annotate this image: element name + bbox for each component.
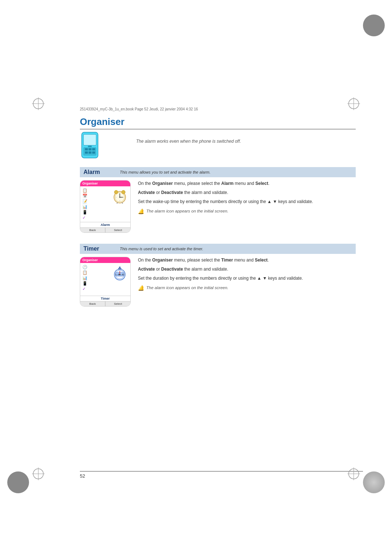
alarm-select-key: Select xyxy=(106,228,130,232)
timer-header: Timer This menu is used to set and activ… xyxy=(80,244,356,254)
svg-point-21 xyxy=(114,190,118,194)
timer-phone-label: Timer xyxy=(80,296,130,301)
page-number: 52 xyxy=(80,473,85,479)
phone-menu-item-3: 📝 xyxy=(82,199,108,204)
svg-rect-7 xyxy=(83,134,96,145)
timer-description: On the Organiser menu, please select the… xyxy=(138,257,356,307)
alarm-title: Alarm xyxy=(83,169,113,175)
svg-rect-32 xyxy=(119,267,121,268)
alarm-note-text: The alarm icon appears on the initial sc… xyxy=(146,208,228,214)
timer-title: Timer xyxy=(83,246,113,252)
phone-menu-item-2: 📅 xyxy=(82,193,108,199)
timer-phone-menu-item-1: 🕐 xyxy=(82,264,108,270)
alarm-subtitle: This menu allows you to set and activate… xyxy=(120,170,211,174)
bottom-separator xyxy=(80,471,363,471)
svg-rect-12 xyxy=(85,151,88,154)
alarm-section: Alarm This menu allows you to set and ac… xyxy=(80,167,356,233)
svg-rect-15 xyxy=(88,146,92,147)
svg-point-36 xyxy=(119,274,121,275)
timer-note-text: The alarm icon appears on the initial sc… xyxy=(146,284,228,291)
svg-rect-13 xyxy=(89,151,91,154)
timer-phone-menu-item-4: 📱 xyxy=(82,281,108,286)
svg-rect-11 xyxy=(92,148,95,150)
alarm-phone-body: 📋 📅 📝 📊 xyxy=(80,186,130,222)
intro-text: The alarm works even when the phone is s… xyxy=(136,139,241,144)
alarm-desc-3: Set the wake-up time by entering the num… xyxy=(138,198,356,205)
timer-desc-1: On the Organiser menu, please select the… xyxy=(138,257,356,264)
reg-mark-tr xyxy=(347,97,360,111)
timer-illustration: 1:00:01 xyxy=(112,265,128,282)
timer-phone-menu-item-3: 📊 xyxy=(82,275,108,281)
svg-point-20 xyxy=(119,197,121,198)
file-info: 251433924_myC-3b_1u_en.book Page 52 Jeud… xyxy=(80,107,198,111)
svg-rect-9 xyxy=(85,148,88,150)
alarm-note: 🔔 The alarm icon appears on the initial … xyxy=(138,208,356,215)
reg-mark-tl xyxy=(32,97,45,111)
alarm-clock-illustration xyxy=(112,189,128,206)
phone-menu-item-1: 📋 xyxy=(82,188,108,193)
timer-select-key: Select xyxy=(106,301,130,306)
phone-menu-item-6: ✓ xyxy=(82,215,108,220)
svg-rect-14 xyxy=(92,151,95,154)
corner-circle-bl xyxy=(7,471,29,493)
timer-desc-3: Set the duration by entering the numbers… xyxy=(138,275,356,282)
alarm-desc-1: On the Organiser menu, please select the… xyxy=(138,180,356,187)
timer-back-key: Back xyxy=(80,301,105,306)
timer-note-icon: 🔔 xyxy=(138,284,144,292)
timer-phone-menu-item-2: 📋 xyxy=(82,270,108,275)
alarm-softkeys: Back Select xyxy=(80,227,130,232)
phone-menu-item-5: 📱 xyxy=(82,210,108,215)
timer-phone-mockup: Organiser 🕐 📋 📊 xyxy=(80,257,131,307)
corner-circle-br xyxy=(363,471,385,493)
timer-softkeys: Back Select xyxy=(80,301,130,306)
timer-phone-header: Organiser xyxy=(80,257,130,263)
page-title: Organiser xyxy=(80,116,356,129)
alarm-description: On the Organiser menu, please select the… xyxy=(138,180,356,233)
svg-point-22 xyxy=(122,190,125,194)
timer-subtitle: This menu is used to set and activate th… xyxy=(120,247,203,251)
alarm-content: Organiser 📋 📅 xyxy=(80,180,356,233)
alarm-phone-mockup: Organiser 📋 📅 xyxy=(80,180,131,233)
corner-circle-tr xyxy=(363,15,385,36)
alarm-back-key: Back xyxy=(80,228,105,232)
main-content: Organiser The alarm works xyxy=(80,116,356,317)
phone-menu-item-4: 📊 xyxy=(82,204,108,210)
alarm-note-icon: 🔔 xyxy=(138,207,144,215)
timer-desc-2: Activate or Deactivate the alarm and val… xyxy=(138,266,356,273)
timer-note: 🔔 The alarm icon appears on the initial … xyxy=(138,284,356,292)
timer-phone-menu-item-5: ✓ xyxy=(82,286,108,292)
timer-section: Timer This menu is used to set and activ… xyxy=(80,244,356,307)
alarm-phone-header: Organiser xyxy=(80,181,130,186)
timer-content: Organiser 🕐 📋 📊 xyxy=(80,257,356,307)
phone-illustration xyxy=(80,131,100,163)
reg-mark-bl xyxy=(32,467,45,481)
reg-mark-br xyxy=(347,467,360,481)
alarm-header: Alarm This menu allows you to set and ac… xyxy=(80,167,356,177)
timer-phone-body: 🕐 📋 📊 📱 xyxy=(80,263,130,296)
alarm-phone-label: Alarm xyxy=(80,222,130,227)
page: 251433924_myC-3b_1u_en.book Page 52 Jeud… xyxy=(0,0,392,555)
svg-rect-10 xyxy=(89,148,91,150)
alarm-desc-2: Activate or Deactivate the alarm and val… xyxy=(138,189,356,196)
